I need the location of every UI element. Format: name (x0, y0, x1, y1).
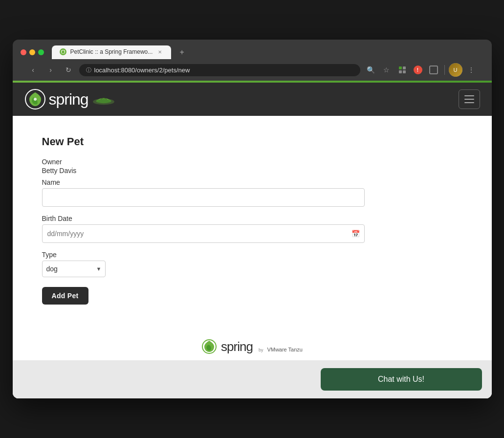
browser-window: PetClinic :: a Spring Framewo... ✕ + ‹ ›… (13, 40, 492, 398)
extension-icon3[interactable] (427, 63, 440, 77)
navbar-toggle-button[interactable] (459, 89, 480, 109)
owner-label: Owner (42, 158, 462, 166)
url-text: localhost:8080/owners/2/pets/new (94, 66, 190, 74)
app-content: spring New Pet Owner Betty Davis (13, 83, 492, 398)
footer-logo: spring by VMware Tanzu (201, 339, 303, 354)
new-tab-button[interactable]: + (175, 45, 189, 59)
svg-point-8 (96, 99, 111, 103)
traffic-lights (21, 49, 44, 55)
add-pet-button[interactable]: Add Pet (42, 287, 88, 305)
name-label: Name (42, 178, 462, 186)
spring-leaf-icon (24, 88, 46, 110)
footer-by-label: by (259, 348, 263, 352)
type-label: Type (42, 251, 462, 259)
active-tab[interactable]: PetClinic :: a Spring Framewo... ✕ (52, 45, 172, 59)
bookmark-icon[interactable]: ☆ (380, 63, 394, 77)
birth-date-input[interactable] (42, 224, 365, 243)
name-input[interactable] (42, 188, 365, 207)
form-container: New Pet Owner Betty Davis Name Birth Dat… (13, 116, 492, 324)
tab-close-button[interactable]: ✕ (156, 48, 163, 55)
browser-toolbar: ‹ › ↻ ⓘ localhost:8080/owners/2/pets/new… (21, 59, 484, 81)
type-select[interactable]: dog cat lizard snake bird hamster (42, 261, 106, 277)
tab-title: PetClinic :: a Spring Framewo... (70, 48, 153, 55)
forward-button[interactable]: › (44, 63, 58, 77)
svg-rect-4 (403, 70, 406, 73)
spring-logo-label: spring (49, 90, 88, 109)
footer-spring-text: spring (221, 339, 253, 354)
tab-favicon (60, 48, 66, 55)
maximize-window-button[interactable] (38, 49, 44, 55)
back-button[interactable]: ‹ (26, 63, 40, 77)
spring-navbar: spring (13, 83, 492, 116)
tab-row: PetClinic :: a Spring Framewo... ✕ + (21, 45, 484, 59)
lock-icon: ⓘ (86, 66, 91, 74)
svg-rect-3 (399, 70, 402, 73)
hamburger-line-2 (464, 99, 474, 100)
more-options-icon[interactable]: ⋮ (464, 63, 478, 77)
address-bar[interactable]: ⓘ localhost:8080/owners/2/pets/new (79, 64, 360, 76)
separator (444, 65, 445, 75)
browser-titlebar: PetClinic :: a Spring Framewo... ✕ + ‹ ›… (13, 40, 492, 81)
spring-logo: spring (24, 88, 116, 110)
zoom-icon[interactable]: 🔍 (364, 63, 378, 77)
owner-name: Betty Davis (42, 167, 462, 175)
svg-rect-2 (403, 66, 406, 69)
refresh-button[interactable]: ↻ (62, 63, 75, 77)
toolbar-actions: 🔍 ☆ ! U (364, 63, 478, 77)
profile-avatar[interactable]: U (449, 63, 462, 77)
footer-vmware-label: VMware Tanzu (267, 347, 303, 352)
birth-date-wrapper: 📅 (42, 224, 365, 243)
extension-icon2[interactable]: ! (411, 63, 425, 77)
close-window-button[interactable] (21, 49, 26, 55)
spring-hat-icon (91, 91, 116, 107)
footer-leaf-icon (201, 339, 217, 354)
minimize-window-button[interactable] (29, 49, 35, 55)
type-select-wrapper: dog cat lizard snake bird hamster ▼ (42, 261, 106, 277)
hamburger-line-3 (464, 102, 474, 103)
chat-with-us-button[interactable]: Chat with Us! (321, 368, 482, 391)
svg-rect-1 (399, 66, 402, 69)
hamburger-line-1 (464, 95, 474, 96)
new-pet-form: Owner Betty Davis Name Birth Date 📅 Type… (42, 158, 462, 305)
extension-icon1[interactable] (395, 63, 409, 77)
chat-section: Chat with Us! (13, 360, 492, 398)
form-title: New Pet (42, 135, 462, 148)
svg-point-6 (34, 98, 37, 101)
birth-date-label: Birth Date (42, 215, 462, 222)
page-footer: spring by VMware Tanzu Chat with Us! (13, 324, 492, 398)
